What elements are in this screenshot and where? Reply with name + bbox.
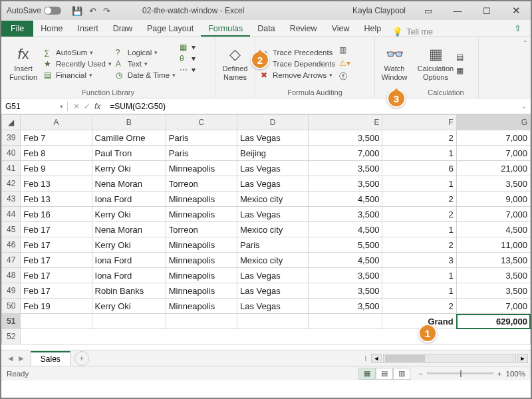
cell[interactable]: Feb 9 (21, 161, 92, 176)
date-time-button[interactable]: ◷Date & Time (116, 70, 176, 80)
cell[interactable]: Kerry Oki (92, 237, 166, 253)
cell[interactable]: 3,500 (309, 161, 382, 176)
cell[interactable]: Paris (166, 130, 237, 146)
cell[interactable]: 4,500 (456, 222, 530, 237)
cell[interactable]: 7,000 (456, 146, 530, 161)
cell[interactable]: Nena Moran (92, 222, 166, 237)
financial-button[interactable]: ▤Financial (44, 70, 112, 80)
cell[interactable]: Iona Ford (92, 192, 166, 207)
cell[interactable]: Minneapolis (166, 161, 237, 176)
error-check-icon[interactable]: ⚠▾ (339, 59, 350, 68)
row-header[interactable]: 43 (2, 192, 21, 207)
tell-me-search[interactable]: 💡 Tell me (392, 27, 433, 37)
cell[interactable]: Paris (237, 237, 308, 253)
view-pagebreak-icon[interactable]: ▥ (393, 368, 410, 380)
cell[interactable]: Feb 19 (21, 299, 92, 314)
cell[interactable]: Feb 17 (21, 253, 92, 268)
undo-icon[interactable]: ↶ (89, 6, 96, 16)
cell[interactable]: 5,500 (309, 237, 382, 253)
hscroll-left-icon[interactable]: ◄ (371, 354, 382, 363)
cell[interactable]: 3,500 (309, 207, 382, 222)
hscroll-right-icon[interactable]: ► (517, 354, 528, 363)
cell[interactable]: Mexico city (237, 192, 308, 207)
cell[interactable]: 2 (382, 207, 456, 222)
tab-view[interactable]: View (325, 21, 357, 37)
cell[interactable]: Las Vegas (237, 268, 308, 283)
cell[interactable]: 2 (382, 192, 456, 207)
calc-sheet-icon[interactable]: ▦ (456, 66, 464, 75)
cell[interactable]: 7,000 (456, 130, 530, 146)
recently-used-button[interactable]: ★Recently Used (44, 59, 112, 68)
fx-icon[interactable]: fx (94, 102, 100, 111)
cell[interactable]: Mexico city (237, 253, 308, 268)
cell[interactable]: 3,500 (309, 130, 382, 146)
cell[interactable]: Robin Banks (92, 283, 166, 299)
cell[interactable]: Feb 7 (21, 130, 92, 146)
enter-icon[interactable]: ✓ (84, 102, 90, 111)
calculation-options-button[interactable]: ▦ Calculation Options (419, 40, 452, 87)
cell[interactable]: Las Vegas (237, 283, 308, 299)
cell[interactable]: 2 (382, 237, 456, 253)
cell[interactable]: 3,500 (456, 268, 530, 283)
cell[interactable]: 3 (382, 253, 456, 268)
row-header[interactable]: 40 (2, 146, 21, 161)
cell[interactable]: 13,500 (456, 253, 530, 268)
autosum-button[interactable]: ∑AutoSum (44, 48, 112, 57)
cell[interactable]: 6 (382, 161, 456, 176)
cell[interactable]: Feb 17 (21, 283, 92, 299)
cell[interactable]: 4,500 (309, 253, 382, 268)
cell[interactable]: Minneapolis (166, 192, 237, 207)
cell[interactable]: 3,500 (309, 268, 382, 283)
cell[interactable]: Beijing (237, 146, 308, 161)
cell[interactable]: 4,500 (309, 192, 382, 207)
cell[interactable]: Minneapolis (166, 237, 237, 253)
cell[interactable]: Las Vegas (237, 207, 308, 222)
share-icon[interactable]: ⇧ (505, 20, 531, 37)
view-layout-icon[interactable]: ▤ (376, 368, 393, 380)
cell[interactable]: Torreon (166, 222, 237, 237)
row-header[interactable]: 45 (2, 222, 21, 237)
cell[interactable]: 2 (382, 130, 456, 146)
cell[interactable]: Mexico city (237, 222, 308, 237)
logical-button[interactable]: ?Logical (116, 48, 176, 57)
cell[interactable]: Minneapolis (166, 283, 237, 299)
cell[interactable]: 1 (382, 222, 456, 237)
cell[interactable]: Feb 8 (21, 146, 92, 161)
autosave-toggle[interactable]: AutoSave (1, 6, 66, 15)
cell[interactable]: 1 (382, 146, 456, 161)
cell[interactable]: 3,500 (309, 299, 382, 314)
hscroll-track[interactable] (383, 354, 516, 363)
row-header[interactable]: 48 (2, 268, 21, 283)
maximize-icon[interactable]: ☐ (472, 1, 501, 20)
row-header[interactable]: 44 (2, 207, 21, 222)
cell[interactable]: Minneapolis (166, 253, 237, 268)
col-header-a[interactable]: A (21, 115, 92, 130)
cell[interactable]: 7,000 (456, 299, 530, 314)
cell[interactable]: Feb 17 (21, 268, 92, 283)
defined-names-button[interactable]: ◇ Defined Names (221, 40, 249, 87)
zoom-in-icon[interactable]: + (497, 370, 502, 378)
tab-page-layout[interactable]: Page Layout (140, 21, 201, 37)
watch-window-button[interactable]: 👓 Watch Window (380, 40, 408, 87)
cell[interactable]: Las Vegas (237, 299, 308, 314)
cell[interactable]: Minneapolis (166, 299, 237, 314)
cell[interactable]: 1 (382, 283, 456, 299)
row-header[interactable]: 39 (2, 130, 21, 146)
row-header[interactable]: 46 (2, 237, 21, 253)
tab-file[interactable]: File (1, 21, 33, 37)
cell[interactable]: Paris (166, 146, 237, 161)
remove-arrows-button[interactable]: ✖Remove Arrows (261, 70, 335, 80)
cell[interactable]: 1 (382, 176, 456, 192)
col-header-d[interactable]: D (237, 115, 308, 130)
evaluate-icon[interactable]: ⓕ (339, 72, 350, 82)
tab-draw[interactable]: Draw (106, 21, 140, 37)
save-icon[interactable]: 💾 (72, 6, 82, 16)
cell[interactable]: Feb 17 (21, 237, 92, 253)
worksheet-grid[interactable]: ◢ A B C D E F G 39Feb 7Camille OrneParis… (1, 114, 531, 350)
view-normal-icon[interactable]: ▦ (358, 368, 376, 380)
ribbon-options-icon[interactable]: ▭ (414, 1, 443, 20)
row-header[interactable]: 51 (2, 314, 21, 329)
insert-function-button[interactable]: fx Insert Function (7, 40, 40, 87)
col-header-f[interactable]: F (382, 115, 456, 130)
more-button[interactable]: ⋯▾ (180, 65, 196, 74)
